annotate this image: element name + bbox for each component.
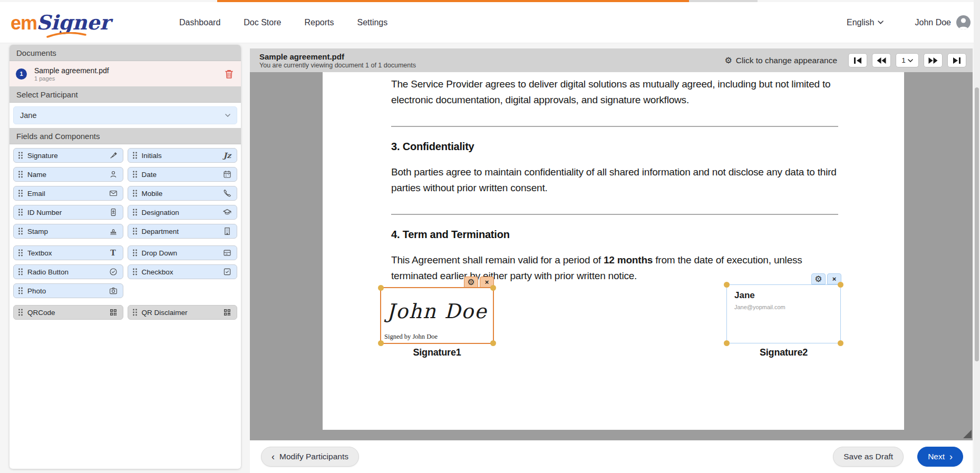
language-selector[interactable]: English xyxy=(847,18,883,27)
document-panel: Sample agreement.pdf You are currently v… xyxy=(250,48,973,473)
nav-reports[interactable]: Reports xyxy=(304,18,334,27)
drag-handle-icon[interactable] xyxy=(17,189,24,198)
drag-handle-icon[interactable] xyxy=(132,249,138,257)
resize-handle[interactable] xyxy=(724,340,730,346)
field-chip-label: Photo xyxy=(27,287,46,295)
top-navigation-bar: em Signer Dashboard Doc Store Reports Se… xyxy=(0,2,980,43)
chevron-down-icon xyxy=(225,114,230,117)
pdf-viewport: The Service Provider agrees to deliver d… xyxy=(250,72,973,440)
page-scrollbar xyxy=(974,0,980,473)
drag-handle-icon[interactable] xyxy=(132,208,138,216)
field-chip-id-number[interactable]: ID Number xyxy=(13,205,123,220)
signature-field-label: Signature2 xyxy=(727,347,840,358)
previous-page-button[interactable] xyxy=(872,53,891,67)
signature-settings-button[interactable]: ⚙ xyxy=(464,277,478,288)
field-chip-qrcode[interactable]: QRCode xyxy=(13,305,123,320)
chevron-down-icon xyxy=(878,21,884,24)
field-chip-label: ID Number xyxy=(27,209,62,216)
field-chip-initials[interactable]: Initials Jz xyxy=(128,148,238,163)
field-chip-label: QR Disclaimer xyxy=(142,309,188,317)
signature-field-label: Signature1 xyxy=(381,347,493,358)
drag-handle-icon[interactable] xyxy=(132,227,138,235)
resize-handle[interactable] xyxy=(838,340,843,346)
logo-text-em: em xyxy=(11,12,37,34)
drag-handle-icon[interactable] xyxy=(17,268,24,276)
next-button[interactable]: Next › xyxy=(917,447,963,467)
resize-handle[interactable] xyxy=(490,285,496,291)
field-chip-stamp[interactable]: Stamp xyxy=(13,224,123,239)
document-list-item[interactable]: 1 Sample agreement.pdf 1 pages xyxy=(9,61,241,86)
user-menu[interactable]: John Doe xyxy=(915,15,971,29)
emsigner-logo[interactable]: em Signer xyxy=(11,11,116,34)
person-icon xyxy=(109,170,118,179)
drag-handle-icon[interactable] xyxy=(132,189,138,198)
resize-handle[interactable] xyxy=(378,340,384,346)
field-chip-signature[interactable]: Signature xyxy=(13,148,123,163)
stamp-icon xyxy=(109,226,118,236)
drag-handle-icon[interactable] xyxy=(17,287,24,295)
next-page-button[interactable] xyxy=(924,53,943,67)
documents-section-header: Documents xyxy=(9,45,241,61)
signature-field-2[interactable]: ⚙ × Jane Jane@yopmail.com Signature2 xyxy=(726,284,841,343)
drag-handle-icon[interactable] xyxy=(17,249,24,257)
last-page-button[interactable] xyxy=(947,53,966,67)
field-chip-mobile[interactable]: Mobile xyxy=(128,186,238,201)
qr-code-icon xyxy=(222,308,232,317)
field-chip-department[interactable]: Department xyxy=(128,224,238,239)
dropdown-icon xyxy=(222,248,232,258)
fields-header-label: Fields and Components xyxy=(16,132,100,141)
resize-handle[interactable] xyxy=(724,282,730,288)
user-name: John Doe xyxy=(915,18,952,27)
field-chip-drop-down[interactable]: Drop Down xyxy=(128,245,238,260)
field-chip-textbox[interactable]: Textbox T xyxy=(13,245,123,260)
drag-handle-icon[interactable] xyxy=(17,308,24,317)
participant-select[interactable]: Jane xyxy=(13,106,237,124)
drag-handle-icon[interactable] xyxy=(132,308,138,317)
field-chip-checkbox[interactable]: Checkbox xyxy=(128,264,238,279)
modify-participants-button[interactable]: ‹ Modify Participants xyxy=(261,447,359,467)
emsigner-app: em Signer Dashboard Doc Store Reports Se… xyxy=(0,0,980,473)
nav-dashboard[interactable]: Dashboard xyxy=(179,18,220,27)
gear-icon: ⚙ xyxy=(814,275,822,283)
field-chip-label: Signature xyxy=(27,152,58,160)
drag-handle-icon[interactable] xyxy=(132,151,138,160)
drag-handle-icon[interactable] xyxy=(132,170,138,179)
field-chip-designation[interactable]: Designation xyxy=(128,205,238,220)
nav-settings[interactable]: Settings xyxy=(357,18,387,27)
field-chip-email[interactable]: Email xyxy=(13,186,123,201)
change-appearance-button[interactable]: ⚙ Click to change appearance xyxy=(725,56,838,65)
signature-settings-button[interactable]: ⚙ xyxy=(811,273,826,284)
field-chip-date[interactable]: Date xyxy=(128,167,238,182)
save-as-draft-button[interactable]: Save as Draft xyxy=(833,447,904,467)
resize-handle[interactable] xyxy=(490,340,496,346)
field-chip-label: Designation xyxy=(142,209,179,216)
text-icon: T xyxy=(109,248,118,258)
field-chip-qr-disclaimer[interactable]: QR Disclaimer xyxy=(128,305,238,320)
drag-handle-icon[interactable] xyxy=(17,208,24,216)
first-page-button[interactable] xyxy=(848,53,867,67)
trash-icon[interactable] xyxy=(225,69,234,79)
document-page-count: 1 pages xyxy=(34,75,109,82)
chevron-down-icon xyxy=(908,59,913,62)
signature-field-1[interactable]: ⚙ × John Doe Signed by John Doe Signatur… xyxy=(380,287,494,344)
drag-handle-icon[interactable] xyxy=(17,170,24,179)
drag-handle-icon[interactable] xyxy=(132,268,138,276)
drag-handle-icon[interactable] xyxy=(17,227,24,235)
previous-page-icon xyxy=(877,57,886,64)
resize-grip[interactable] xyxy=(963,430,972,438)
field-chip-label: Mobile xyxy=(142,190,163,198)
heading-term: 4. Term and Termination xyxy=(391,229,838,241)
field-chip-photo[interactable]: Photo xyxy=(13,283,123,298)
nav-doc-store[interactable]: Doc Store xyxy=(244,18,281,27)
field-chip-label: Drop Down xyxy=(142,249,178,257)
pdf-page-text: The Service Provider agrees to deliver d… xyxy=(323,72,904,284)
resize-handle[interactable] xyxy=(838,282,843,288)
document-number-badge: 1 xyxy=(16,68,27,80)
resize-handle[interactable] xyxy=(378,285,384,291)
field-chip-name[interactable]: Name xyxy=(13,167,123,182)
field-chip-radio-button[interactable]: Radio Button xyxy=(13,264,123,279)
scrollbar-thumb[interactable] xyxy=(975,87,979,361)
change-appearance-label: Click to change appearance xyxy=(736,56,837,65)
drag-handle-icon[interactable] xyxy=(17,151,24,160)
page-select[interactable]: 1 xyxy=(896,53,919,67)
